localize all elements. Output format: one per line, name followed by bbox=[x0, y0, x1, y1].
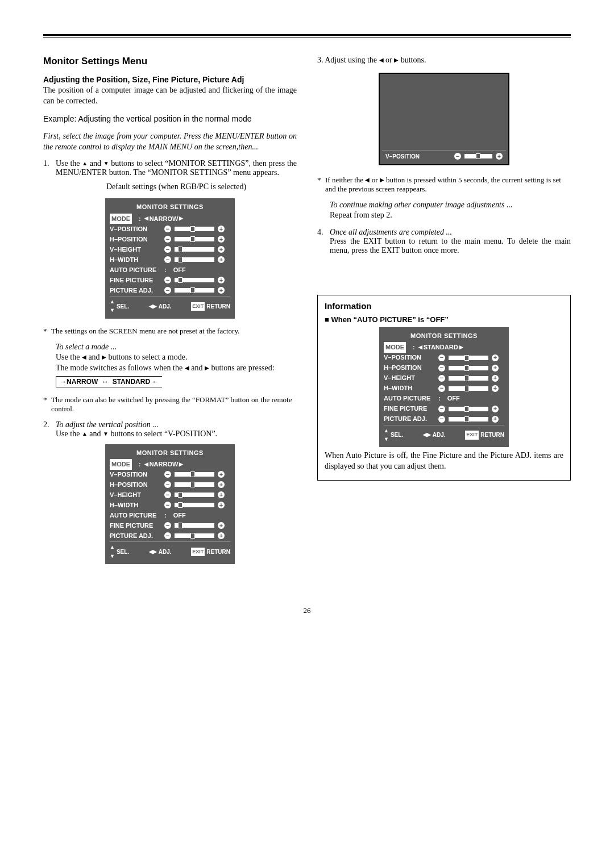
info-subtitle: ■ When “AUTO PICTURE” is “OFF” bbox=[325, 315, 563, 324]
osd-title: MONITOR SETTINGS bbox=[110, 448, 230, 458]
minus-icon: − bbox=[164, 532, 171, 539]
plus-icon: + bbox=[218, 246, 225, 253]
slider-bar bbox=[175, 237, 214, 241]
format-note: * The mode can also be switched by press… bbox=[43, 395, 297, 414]
minus-icon: − bbox=[438, 365, 445, 372]
step-2: 2. To adjust the vertical position ... U… bbox=[43, 420, 297, 439]
slider-bar bbox=[175, 503, 214, 507]
plus-icon: + bbox=[218, 522, 225, 529]
plus-icon: + bbox=[492, 375, 499, 382]
exit-badge: EXIT bbox=[191, 548, 205, 556]
continue-italic: To continue making other computer image … bbox=[330, 201, 571, 210]
text: buttons to select “V-POSITION”. bbox=[109, 429, 217, 438]
text: NARROW bbox=[67, 378, 98, 386]
left-column: Monitor Settings Menu Adjusting the Posi… bbox=[43, 56, 297, 572]
right-arrow-icon: ▶ bbox=[179, 214, 183, 223]
plus-icon: + bbox=[492, 416, 499, 423]
text: or bbox=[384, 56, 395, 64]
slider-bar bbox=[449, 407, 488, 411]
step-1: 1. Use the ▲ and ▼ buttons to select “MO… bbox=[43, 159, 297, 177]
minus-icon: − bbox=[438, 354, 445, 361]
osd-row-label: V–POSITION bbox=[110, 469, 161, 480]
minus-icon: − bbox=[164, 256, 171, 263]
text: SEL. bbox=[391, 430, 403, 440]
minus-icon: − bbox=[454, 153, 461, 160]
slider-bar bbox=[175, 472, 214, 477]
slider-bar bbox=[175, 288, 214, 293]
text: SEL. bbox=[117, 302, 129, 311]
minus-icon: − bbox=[164, 491, 171, 498]
updown-icon: ▲▼ bbox=[384, 427, 389, 444]
osd-row-label: AUTO PICTURE bbox=[110, 510, 161, 521]
right-triangle-icon: ▶ bbox=[102, 354, 106, 360]
leftright-icon: ◀▶ bbox=[149, 302, 157, 311]
step-text: Once all adjustments are completed ... P… bbox=[330, 228, 571, 255]
colon: : bbox=[164, 510, 170, 521]
minus-icon: − bbox=[164, 236, 171, 243]
left-arrow-icon: ◀ bbox=[418, 343, 422, 352]
left-triangle-icon: ◀ bbox=[82, 354, 86, 360]
minus-icon: − bbox=[164, 502, 171, 508]
osd-mode-label: MODE bbox=[384, 342, 406, 353]
plus-icon: + bbox=[218, 236, 225, 243]
text: The mode can also be switched by pressin… bbox=[51, 395, 297, 414]
osd-row-label: H–POSITION bbox=[110, 234, 161, 245]
text: To adjust the vertical position ... bbox=[56, 420, 159, 429]
osd-row-label: PICTURE ADJ. bbox=[110, 531, 161, 541]
osd-row-label: H–WIDTH bbox=[384, 383, 435, 394]
select-mode-line1: Use the ◀ and ▶ buttons to select a mode… bbox=[56, 353, 297, 362]
colon: : bbox=[139, 214, 141, 224]
plus-icon: + bbox=[492, 385, 499, 392]
osd-row-label: V–POSITION bbox=[384, 352, 435, 363]
text: ADJ. bbox=[433, 430, 446, 440]
information-box: Information ■ When “AUTO PICTURE” is “OF… bbox=[317, 295, 571, 481]
info-body: When Auto Picture is off, the Fine Pictu… bbox=[325, 450, 563, 472]
step-number: 1. bbox=[43, 159, 56, 177]
osd-footer: ▲▼SEL. ◀▶ADJ. EXITRETURN bbox=[110, 543, 230, 561]
osd-value: OFF bbox=[173, 510, 186, 521]
osd-footer: ▲▼SEL. ◀▶ADJ. EXITRETURN bbox=[110, 298, 230, 315]
step-number: 2. bbox=[43, 420, 56, 439]
osd-footer: ▲▼SEL. ◀▶ADJ. EXITRETURN bbox=[384, 427, 504, 444]
text: If neither the ◀ or ▶ button is pressed … bbox=[325, 176, 571, 194]
minus-icon: − bbox=[164, 277, 171, 283]
minus-icon: − bbox=[164, 471, 171, 478]
text: Press the EXIT button to return to the m… bbox=[330, 237, 571, 254]
osd-mode-value: ◀ NARROW ▶ bbox=[144, 214, 184, 224]
osd-mode-label: MODE bbox=[110, 459, 132, 470]
text: ADJ. bbox=[159, 302, 172, 311]
right-column: 3. Adjust using the ◀ or ▶ buttons. V–PO… bbox=[317, 56, 571, 572]
right-triangle-icon: ▶ bbox=[380, 177, 384, 183]
arrow-icon: ← bbox=[152, 378, 159, 386]
colon: : bbox=[438, 393, 444, 404]
osd-row-label: V–HEIGHT bbox=[110, 490, 161, 500]
updown-icon: ▲▼ bbox=[110, 543, 115, 561]
text: ADJ. bbox=[159, 547, 172, 557]
plus-icon: + bbox=[218, 502, 225, 508]
slider-bar bbox=[449, 356, 488, 360]
adjust-preview: V–POSITION − + bbox=[317, 73, 571, 165]
slider-bar bbox=[449, 386, 488, 391]
leftright-icon: ◀▶ bbox=[149, 548, 157, 556]
slider-bar bbox=[175, 533, 214, 538]
osd-row-label: V–POSITION bbox=[385, 153, 420, 160]
slider-bar bbox=[464, 154, 492, 158]
text: and bbox=[88, 159, 103, 168]
plus-icon: + bbox=[492, 406, 499, 412]
osd-value: OFF bbox=[447, 393, 460, 404]
osd-title: MONITOR SETTINGS bbox=[110, 202, 230, 212]
info-title: Information bbox=[325, 301, 563, 311]
italic-lead: First, select the image from your comput… bbox=[43, 131, 297, 153]
minus-icon: − bbox=[438, 385, 445, 392]
text: Use the bbox=[56, 429, 82, 438]
text: If neither the bbox=[325, 176, 365, 184]
step-4: 4. Once all adjustments are completed ..… bbox=[317, 228, 571, 255]
up-triangle-icon: ▲ bbox=[82, 431, 88, 437]
minus-icon: − bbox=[164, 246, 171, 253]
continue-repeat: Repeat from step 2. bbox=[330, 211, 571, 220]
right-arrow-icon: ▶ bbox=[179, 460, 183, 469]
text: or bbox=[370, 176, 379, 184]
left-arrow-icon: ◀ bbox=[144, 214, 148, 223]
minus-icon: − bbox=[164, 287, 171, 294]
step-text: To adjust the vertical position ... Use … bbox=[56, 420, 297, 439]
